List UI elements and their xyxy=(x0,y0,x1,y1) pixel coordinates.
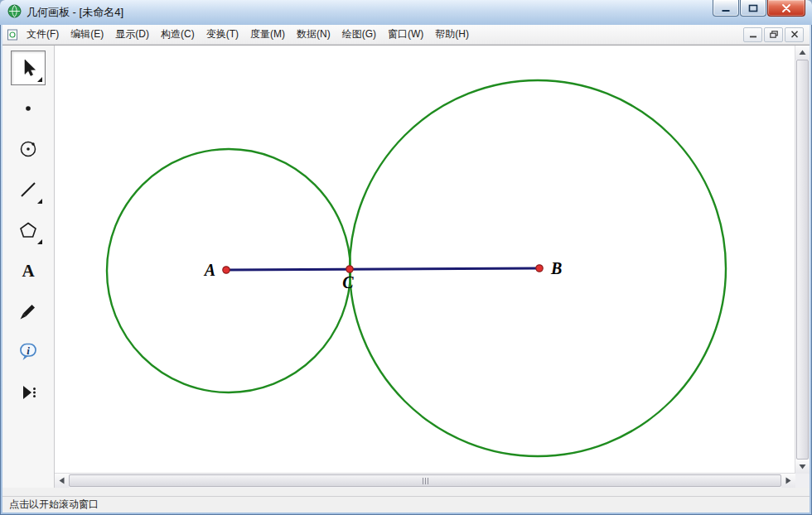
compass-circle-tool[interactable] xyxy=(11,132,46,166)
app-window: 几何画板 - [未命名4] xyxy=(0,0,812,515)
document-icon xyxy=(7,29,18,41)
straightedge-tool[interactable] xyxy=(11,172,46,207)
menu-item-display[interactable]: 显示(D) xyxy=(109,25,155,44)
menu-item-graph[interactable]: 绘图(G) xyxy=(336,25,382,44)
tool-palette: A i xyxy=(2,46,55,488)
arrow-left-icon xyxy=(58,477,65,484)
sketch-svg: ACB xyxy=(55,46,795,474)
scroll-right-button[interactable] xyxy=(781,474,795,488)
pentagon-icon xyxy=(17,219,39,241)
arrow-down-icon xyxy=(799,463,806,470)
app-icon xyxy=(7,4,22,21)
vertical-scroll-thumb[interactable] xyxy=(796,60,809,460)
horizontal-scrollbar[interactable] xyxy=(55,473,795,488)
menu-item-data[interactable]: 数据(N) xyxy=(291,25,336,44)
menu-bar: 文件(F)编辑(E)显示(D)构造(C)变换(T)度量(M)数据(N)绘图(G)… xyxy=(2,25,810,45)
letter-a-icon: A xyxy=(17,260,39,282)
marker-icon xyxy=(17,301,39,322)
svg-text:i: i xyxy=(27,344,30,357)
information-tool[interactable]: i xyxy=(11,335,46,369)
mdi-restore-button[interactable] xyxy=(764,27,783,42)
scroll-down-button[interactable] xyxy=(795,460,810,474)
custom-tools-icon xyxy=(17,382,39,403)
polygon-tool[interactable] xyxy=(11,213,46,248)
close-icon xyxy=(781,4,791,12)
marker-tool[interactable] xyxy=(11,294,46,329)
arrow-icon xyxy=(17,57,39,79)
point-A[interactable] xyxy=(223,267,230,273)
menu-item-help[interactable]: 帮助(H) xyxy=(429,25,475,44)
flyout-indicator-icon xyxy=(37,77,42,82)
vertical-scrollbar[interactable] xyxy=(795,46,810,474)
info-bubble-icon: i xyxy=(17,341,39,363)
status-text: 点击以开始滚动窗口 xyxy=(9,498,99,512)
status-bar: 点击以开始滚动窗口 xyxy=(2,496,810,513)
selection-arrow-tool[interactable] xyxy=(11,51,46,85)
work-area: A i xyxy=(2,45,810,488)
menu-item-construct[interactable]: 构造(C) xyxy=(155,25,201,44)
minimize-icon xyxy=(749,31,757,38)
minimize-icon xyxy=(721,4,731,12)
drawing-canvas[interactable]: ACB xyxy=(55,46,795,474)
menu-item-transform[interactable]: 变换(T) xyxy=(201,25,244,44)
thumb-grip-icon xyxy=(425,478,426,484)
maximize-button[interactable] xyxy=(740,0,766,17)
window-title: 几何画板 - [未命名4] xyxy=(27,5,123,21)
label-C[interactable]: C xyxy=(342,273,354,291)
svg-text:A: A xyxy=(22,261,35,281)
point-tool[interactable] xyxy=(11,91,46,126)
scroll-up-button[interactable] xyxy=(795,46,810,60)
text-tool[interactable]: A xyxy=(11,253,46,288)
menu-item-measure[interactable]: 度量(M) xyxy=(244,25,291,44)
segment-icon xyxy=(17,179,39,200)
label-A[interactable]: A xyxy=(203,261,215,279)
scroll-left-button[interactable] xyxy=(55,474,69,488)
flyout-indicator-icon xyxy=(37,199,42,204)
menu-bar-items: 文件(F)编辑(E)显示(D)构造(C)变换(T)度量(M)数据(N)绘图(G)… xyxy=(21,25,475,44)
close-icon xyxy=(790,31,799,38)
canvas-area: ACB xyxy=(55,46,810,488)
mdi-window-controls xyxy=(743,27,805,42)
horizontal-scroll-thumb[interactable] xyxy=(69,474,781,487)
scrollbar-corner xyxy=(795,474,810,488)
custom-tool[interactable] xyxy=(11,375,46,410)
menu-item-window[interactable]: 窗口(W) xyxy=(382,25,429,44)
title-bar: 几何画板 - [未命名4] xyxy=(0,0,812,25)
flyout-indicator-icon xyxy=(37,239,42,244)
label-B[interactable]: B xyxy=(550,259,562,277)
minimize-button[interactable] xyxy=(713,0,739,17)
arrow-up-icon xyxy=(799,49,806,56)
restore-icon xyxy=(770,31,778,38)
close-button[interactable] xyxy=(767,0,805,17)
menu-item-file[interactable]: 文件(F) xyxy=(21,25,65,44)
thumb-grip-icon xyxy=(423,478,423,484)
point-B[interactable] xyxy=(536,265,543,272)
thumb-grip-icon xyxy=(428,478,428,484)
point-icon xyxy=(17,98,39,119)
circle-icon xyxy=(17,138,39,160)
menu-item-edit[interactable]: 编辑(E) xyxy=(65,25,109,44)
mdi-minimize-button[interactable] xyxy=(743,27,762,42)
point-C[interactable] xyxy=(346,266,353,272)
segment-AB[interactable] xyxy=(226,268,539,270)
mdi-close-button[interactable] xyxy=(785,27,804,42)
maximize-icon xyxy=(748,4,758,12)
window-controls xyxy=(713,0,805,17)
arrow-right-icon xyxy=(785,477,792,484)
client-area: 文件(F)编辑(E)显示(D)构造(C)变换(T)度量(M)数据(N)绘图(G)… xyxy=(2,25,810,513)
